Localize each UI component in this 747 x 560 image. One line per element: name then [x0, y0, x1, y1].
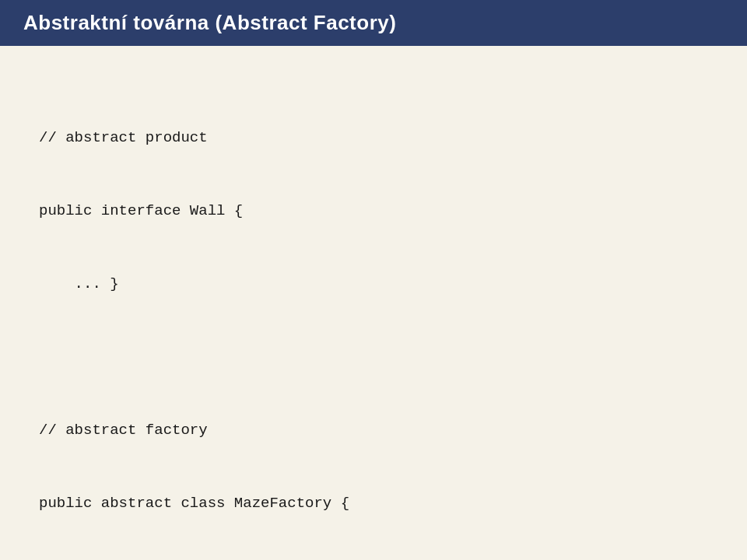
code-line-2: public interface Wall {: [39, 199, 708, 223]
slide-title: Abstraktní továrna (Abstract Factory): [23, 11, 396, 34]
code-line-5: // abstract factory: [39, 418, 708, 443]
slide-header: Abstraktní továrna (Abstract Factory): [0, 0, 747, 46]
code-line-6: public abstract class MazeFactory {: [39, 492, 708, 516]
code-line-1: // abstract product: [39, 126, 708, 150]
slide-content: // abstract product public interface Wal…: [0, 46, 747, 560]
code-line-4: [39, 345, 708, 369]
code-block: // abstract product public interface Wal…: [39, 77, 708, 560]
code-line-3: ... }: [39, 272, 708, 296]
